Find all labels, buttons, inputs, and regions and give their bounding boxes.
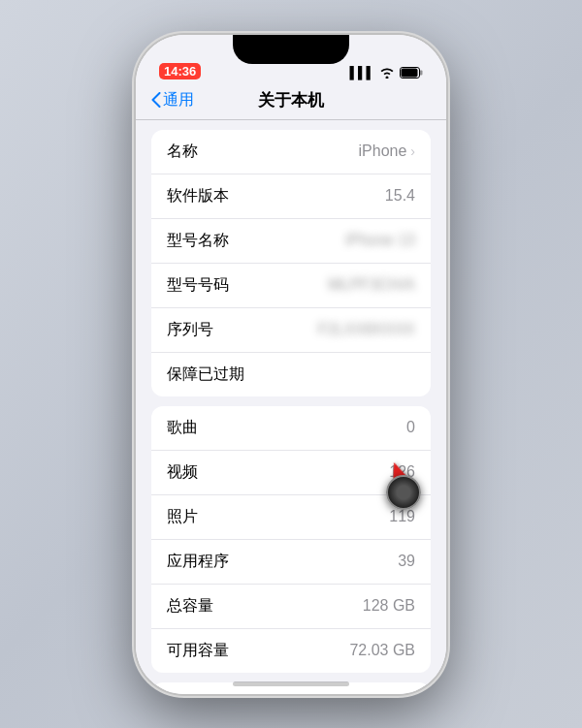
status-bar: 14:36 ▌▌▌	[136, 35, 446, 85]
row-videos: 视频 126	[151, 451, 431, 495]
status-icons: ▌▌▌	[349, 66, 423, 79]
row-model-name: 型号名称 iPhone 13	[151, 219, 431, 264]
label-warranty: 保障已过期	[167, 364, 244, 385]
notch	[233, 35, 349, 64]
label-name: 名称	[167, 142, 198, 162]
back-button[interactable]: 通用	[151, 90, 194, 111]
label-apps: 应用程序	[167, 552, 229, 572]
settings-group-storage: 歌曲 0 视频 126 照片 119 应用程序 39	[151, 406, 431, 673]
value-videos: 126	[389, 463, 415, 481]
value-model-name: iPhone 13	[345, 232, 415, 249]
value-name: iPhone ›	[359, 142, 416, 160]
row-available: 可用容量 72.03 GB	[151, 629, 431, 673]
screen: 14:36 ▌▌▌	[136, 35, 446, 694]
back-label: 通用	[163, 90, 194, 111]
home-indicator	[233, 681, 349, 686]
value-serial: F2LXX8XXXX	[318, 321, 416, 338]
signal-bars-icon: ▌▌▌	[349, 66, 374, 79]
value-capacity: 128 GB	[363, 597, 415, 615]
row-photos: 照片 119	[151, 495, 431, 540]
row-warranty: 保障已过期	[151, 353, 431, 396]
status-time: 14:36	[159, 63, 201, 79]
chevron-icon: ›	[410, 143, 415, 159]
row-name[interactable]: 名称 iPhone ›	[151, 130, 431, 174]
settings-group-info: 名称 iPhone › 软件版本 15.4 型号名称 iPhone 13	[151, 130, 431, 396]
label-photos: 照片	[167, 507, 198, 527]
phone-frame: 14:36 ▌▌▌	[136, 35, 446, 694]
label-serial: 序列号	[167, 320, 213, 340]
label-model-number: 型号号码	[167, 275, 229, 296]
value-songs: 0	[406, 419, 415, 436]
power-button	[446, 188, 450, 275]
row-software-version: 软件版本 15.4	[151, 174, 431, 219]
row-songs: 歌曲 0	[151, 406, 431, 451]
value-photos: 119	[389, 508, 415, 525]
label-capacity: 总容量	[167, 596, 213, 617]
phone-device: 14:36 ▌▌▌	[136, 35, 446, 694]
wifi-icon	[379, 67, 395, 79]
value-apps: 39	[398, 553, 415, 570]
row-apps: 应用程序 39	[151, 540, 431, 585]
svg-rect-2	[402, 68, 418, 77]
nav-bar: 通用 关于本机	[136, 85, 446, 120]
row-serial: 序列号 F2LXX8XXXX	[151, 308, 431, 353]
label-videos: 视频	[167, 462, 198, 483]
label-available: 可用容量	[167, 641, 229, 661]
value-software-version: 15.4	[385, 187, 415, 205]
scroll-content[interactable]: 名称 iPhone › 软件版本 15.4 型号名称 iPhone 13	[136, 120, 446, 694]
label-software-version: 软件版本	[167, 186, 229, 206]
svg-rect-1	[420, 70, 423, 75]
label-songs: 歌曲	[167, 418, 198, 438]
battery-icon	[400, 67, 423, 79]
nav-title: 关于本机	[258, 89, 324, 111]
row-model-number: 型号号码 MLPF3CH/A	[151, 264, 431, 308]
label-model-name: 型号名称	[167, 231, 229, 251]
row-capacity: 总容量 128 GB	[151, 585, 431, 629]
value-available: 72.03 GB	[349, 642, 415, 659]
value-model-number: MLPF3CH/A	[328, 276, 415, 294]
